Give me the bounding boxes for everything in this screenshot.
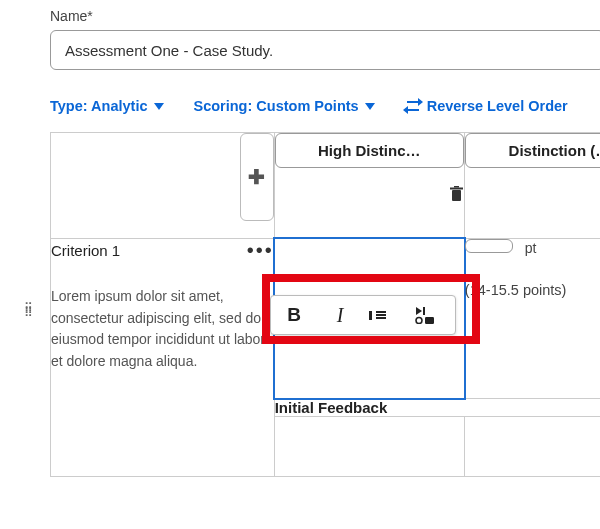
bullet-list-button[interactable] [369, 311, 403, 320]
points-unit: pt [525, 240, 537, 256]
criterion-cell-0: Criterion 1 ••• Lorem ipsum dolor sit am… [51, 239, 275, 477]
drag-handle-icon[interactable]: ⠿⠿ [24, 306, 33, 316]
bold-button[interactable]: B [277, 304, 311, 326]
chevron-down-icon [365, 103, 375, 110]
insert-media-button[interactable] [415, 306, 449, 324]
swap-icon [405, 99, 421, 113]
type-label: Type: Analytic [50, 98, 148, 114]
level-name-input-0[interactable]: High Distinc… [275, 133, 464, 168]
criterion-title[interactable]: Criterion 1 [51, 242, 120, 259]
level-name-input-1[interactable]: Distinction (… [465, 133, 600, 168]
italic-button[interactable]: I [323, 304, 357, 327]
trash-icon[interactable] [449, 186, 464, 207]
svg-rect-0 [452, 190, 461, 201]
plus-icon: ✚ [248, 167, 265, 187]
feedback-cell-0-0[interactable] [274, 417, 464, 477]
reverse-order-button[interactable]: Reverse Level Order [405, 98, 568, 114]
criterion-more-button[interactable]: ••• [247, 239, 274, 262]
chevron-down-icon [154, 103, 164, 110]
svg-rect-2 [454, 186, 459, 188]
feedback-header: Initial Feedback [274, 399, 600, 417]
name-label: Name* [50, 8, 600, 24]
svg-rect-7 [423, 307, 425, 315]
reverse-label: Reverse Level Order [427, 98, 568, 114]
scoring-dropdown[interactable]: Scoring: Custom Points [194, 98, 375, 114]
level-header-1: Distinction (… [464, 133, 600, 239]
svg-marker-6 [416, 307, 422, 315]
criterion-level-cell-0-1[interactable]: pt (14-15.5 points) [464, 239, 600, 399]
svg-rect-9 [425, 317, 434, 324]
rubric-name-input[interactable] [50, 30, 600, 70]
svg-rect-1 [450, 188, 463, 190]
type-dropdown[interactable]: Type: Analytic [50, 98, 164, 114]
rich-text-toolbar: B I [270, 295, 456, 335]
header-corner: ✚ [51, 133, 275, 239]
points-range: (14-15.5 points) [465, 282, 600, 298]
svg-point-8 [416, 318, 422, 324]
feedback-cell-0-1[interactable] [464, 417, 600, 477]
level-header-0: High Distinc… [274, 133, 464, 239]
scoring-label: Scoring: Custom Points [194, 98, 359, 114]
points-input[interactable] [465, 239, 513, 253]
add-level-button[interactable]: ✚ [240, 133, 274, 221]
criterion-description[interactable]: Lorem ipsum dolor sit amet, consectetur … [51, 286, 274, 373]
